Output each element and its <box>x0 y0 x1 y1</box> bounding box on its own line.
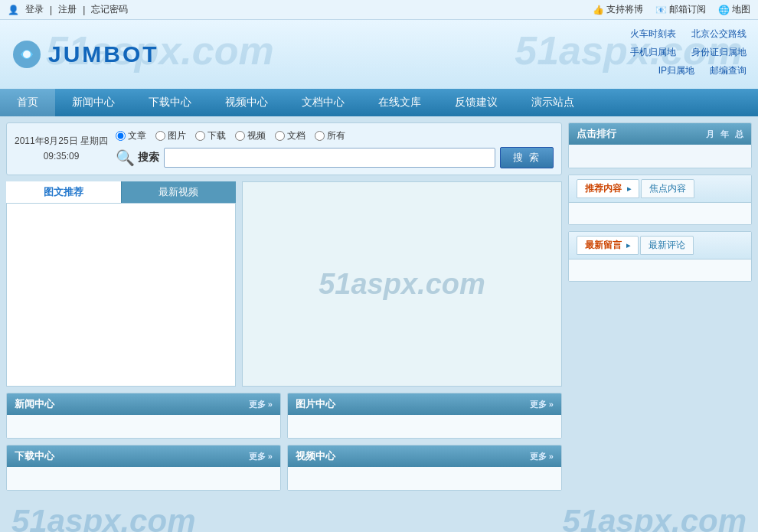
date-line2: 09:35:09 <box>15 149 108 164</box>
search-input[interactable] <box>164 148 495 168</box>
search-type-doc-radio[interactable] <box>275 131 285 141</box>
images-title: 图片中心 <box>296 397 335 411</box>
logo-area: JUMBOT <box>11 39 159 70</box>
msg-tab-comments[interactable]: 最新评论 <box>640 236 694 255</box>
rank-section: 点击排行 月 年 总 <box>568 122 752 168</box>
messages-header: 最新留言 ▸ 最新评论 <box>569 232 751 259</box>
support-link[interactable]: 👍 支持将博 <box>593 3 643 16</box>
nav-downloads[interactable]: 下载中心 <box>132 89 208 116</box>
search-type-video-radio[interactable] <box>235 131 245 141</box>
recommended-section: 推荐内容 ▸ 焦点内容 <box>568 175 752 225</box>
search-type-video[interactable]: 视频 <box>235 129 266 142</box>
logo-text: JUMBOT <box>48 41 159 67</box>
mail-icon: 📧 <box>655 5 667 15</box>
mailbox-link[interactable]: 📧 邮箱订阅 <box>655 3 706 16</box>
date-search-row: 2011年8月25日 星期四 09:35:09 文章 图片 下载 <box>6 122 562 175</box>
search-type-all[interactable]: 所有 <box>315 129 345 142</box>
top-bar-right: 👍 支持将博 📧 邮箱订阅 🌐 地图 <box>593 3 750 16</box>
nav-demo[interactable]: 演示站点 <box>515 89 591 116</box>
footer-watermarks: 51aspx.com 51aspx.com <box>0 497 758 532</box>
bottom-sections: 新闻中心 更多 » 下载中心 更多 » <box>6 393 562 491</box>
rank-title: 点击排行 <box>577 127 616 141</box>
nav-news[interactable]: 新闻中心 <box>55 89 132 116</box>
header: 51aspx.com 51aspx.com JUMBOT 火车时刻表 北京公交路… <box>0 20 758 89</box>
search-type-image[interactable]: 图片 <box>155 129 186 142</box>
videos-section-body <box>288 467 561 490</box>
search-type-article[interactable]: 文章 <box>116 129 146 142</box>
recommended-body <box>569 203 751 224</box>
search-type-article-radio[interactable] <box>116 131 126 141</box>
search-row: 🔍 搜索 搜 索 <box>116 147 554 168</box>
videos-more-link[interactable]: 更多 » <box>530 451 554 462</box>
images-section-body <box>288 415 561 438</box>
ip-location-link[interactable]: IP归属地 <box>658 64 694 77</box>
rank-header-tabs: 月 年 总 <box>706 129 743 140</box>
tabs-panel: 图文推荐 最新视频 <box>6 181 236 387</box>
images-more-link[interactable]: 更多 » <box>530 399 554 410</box>
footer-watermark-right: 51aspx.com <box>563 503 747 532</box>
news-title: 新闻中心 <box>15 397 54 411</box>
mobile-location-link[interactable]: 手机归属地 <box>630 46 676 59</box>
msg-tab1-arrow: ▸ <box>626 241 630 250</box>
rank-tab-total[interactable]: 总 <box>735 129 743 140</box>
beijing-bus-link[interactable]: 北京公交路线 <box>691 28 747 41</box>
media-section: 图文推荐 最新视频 51aspx.com <box>6 181 562 387</box>
center-media: 51aspx.com <box>242 181 562 387</box>
search-icon-label: 🔍 搜索 <box>116 149 159 167</box>
downloads-section: 下载中心 更多 » <box>6 445 281 491</box>
thumbs-up-icon: 👍 <box>593 5 604 15</box>
left-center: 2011年8月25日 星期四 09:35:09 文章 图片 下载 <box>6 122 562 491</box>
downloads-title: 下载中心 <box>15 449 54 463</box>
user-icon: 👤 <box>8 5 19 15</box>
videos-title: 视频中心 <box>296 449 335 463</box>
nav-home[interactable]: 首页 <box>0 89 55 116</box>
search-type-all-radio[interactable] <box>315 131 325 141</box>
tab-recommended[interactable]: 图文推荐 <box>6 181 122 203</box>
news-more-link[interactable]: 更多 » <box>249 399 273 410</box>
forgot-pwd-link[interactable]: 忘记密码 <box>91 3 128 16</box>
svg-point-1 <box>23 51 31 58</box>
rec-tab-focus[interactable]: 焦点内容 <box>641 179 694 198</box>
rank-tab-year[interactable]: 年 <box>720 129 729 140</box>
top-bar: 👤 登录 | 注册 | 忘记密码 👍 支持将博 📧 邮箱订阅 🌐 地图 <box>0 0 758 20</box>
bottom-left: 新闻中心 更多 » 下载中心 更多 » <box>6 393 281 491</box>
footer-watermark-left: 51aspx.com <box>11 503 195 532</box>
images-section: 图片中心 更多 » <box>287 393 562 439</box>
nav-video[interactable]: 视频中心 <box>208 89 285 116</box>
nav: 首页 新闻中心 下载中心 视频中心 文档中心 在线文库 反馈建议 演示站点 <box>0 89 758 116</box>
register-link[interactable]: 注册 <box>58 3 77 16</box>
map-icon: 🌐 <box>718 5 730 15</box>
map-link[interactable]: 🌐 地图 <box>718 3 750 16</box>
recommended-header: 推荐内容 ▸ 焦点内容 <box>569 175 751 203</box>
news-section-body <box>7 415 280 438</box>
messages-body <box>569 259 751 281</box>
videos-section-header: 视频中心 更多 » <box>288 446 561 467</box>
search-type-doc[interactable]: 文档 <box>275 129 305 142</box>
tabs-bar: 图文推荐 最新视频 <box>6 181 236 203</box>
nav-feedback[interactable]: 反馈建议 <box>438 89 515 116</box>
nav-docs[interactable]: 文档中心 <box>285 89 361 116</box>
search-type-download[interactable]: 下载 <box>195 129 226 142</box>
header-links-row1: 火车时刻表 北京公交路线 <box>630 28 747 41</box>
tab-latest-video[interactable]: 最新视频 <box>122 181 237 203</box>
news-section: 新闻中心 更多 » <box>6 393 281 439</box>
search-button[interactable]: 搜 索 <box>500 147 554 168</box>
rank-header: 点击排行 月 年 总 <box>569 123 751 145</box>
downloads-more-link[interactable]: 更多 » <box>249 451 273 462</box>
rec-tab-recommended[interactable]: 推荐内容 ▸ <box>577 179 639 198</box>
search-type-image-radio[interactable] <box>155 131 165 141</box>
logo-icon <box>11 39 42 70</box>
id-location-link[interactable]: 身份证归属地 <box>691 46 747 59</box>
center-watermark: 51aspx.com <box>319 268 485 301</box>
date-block: 2011年8月25日 星期四 09:35:09 <box>15 134 108 163</box>
news-section-header: 新闻中心 更多 » <box>7 393 280 415</box>
login-link[interactable]: 登录 <box>25 3 44 16</box>
zip-query-link[interactable]: 邮编查询 <box>710 64 747 77</box>
search-type-download-radio[interactable] <box>195 131 205 141</box>
train-schedule-link[interactable]: 火车时刻表 <box>630 28 676 41</box>
rec-tab1-arrow: ▸ <box>627 184 631 193</box>
rank-tab-month[interactable]: 月 <box>706 129 714 140</box>
msg-tab-latest[interactable]: 最新留言 ▸ <box>577 236 639 255</box>
search-section: 文章 图片 下载 视频 <box>116 129 554 168</box>
nav-library[interactable]: 在线文库 <box>361 89 438 116</box>
